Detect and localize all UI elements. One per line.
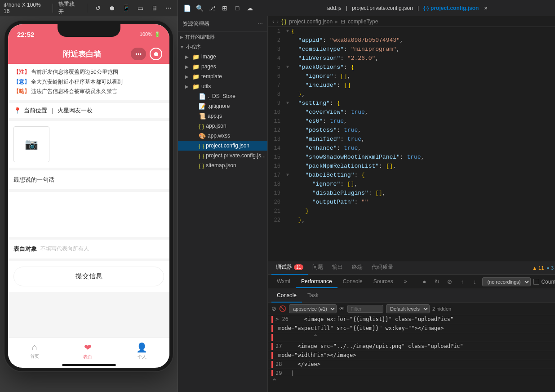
app-json-label: app.json [206,123,226,129]
photo-placeholder[interactable]: 📷 [13,126,49,162]
code-content[interactable]: 1 ▼ { 2 "appid": "wxa8a0987b05074943", 3… [268,27,555,261]
refresh-icon[interactable]: ↺ [93,3,103,13]
tree-gitignore[interactable]: 📝 .gitignore [178,101,267,111]
miniprogram-section[interactable]: ▼ 小程序 [178,42,267,52]
target-section: 表白对象 不填写代表向所有人 [8,240,169,258]
perf-circle-icon[interactable]: ● [419,277,429,287]
console-line-3: ^ [268,333,555,342]
separator-2 [87,4,87,13]
terminal-tab[interactable]: 终端 [347,261,367,275]
ds-store-label: ._DS_Store [208,93,235,99]
tree-ds-store[interactable]: 📄 ._DS_Store [178,91,267,101]
wxml-tab[interactable]: Wxml [271,276,296,288]
utils-folder-icon: 📁 [192,83,200,90]
tree-app-js[interactable]: 📜 app.js [178,111,267,121]
grid-icon[interactable]: ⊞ [219,3,230,13]
project-config-icon: { } [199,143,204,149]
console-tab[interactable]: Console [271,289,302,303]
pages-folder-arrow: ▶ [185,64,191,69]
tree-pages-folder[interactable]: ▶ 📁 pages [178,62,267,71]
device-selector[interactable]: iPhone X 100% 16 [4,2,47,14]
performance-tab[interactable]: Performance [296,276,337,288]
console-perf-tab[interactable]: Console [337,276,368,288]
level-select[interactable]: Default levels [386,304,430,313]
code-line-17: 17 ▼ "babelSetting": { [268,171,555,180]
tree-template-folder[interactable]: ▶ 📁 template [178,71,267,81]
breadcrumb-folder-icon: ⊟ [341,18,345,25]
record-circle-button[interactable]: ⏺ [150,48,162,60]
home-indicator [62,364,116,366]
debugger-tab[interactable]: 调试器 11 [271,261,308,275]
tree-app-json[interactable]: { } app.json [178,121,267,131]
error-bar-4 [271,343,273,350]
tablet-icon[interactable]: ▭ [135,3,146,13]
filter-input[interactable] [347,305,383,313]
tree-project-config[interactable]: { } project.config.json [178,141,267,151]
message-label: 最想说的一句话 [13,176,164,184]
image-folder-label: image [201,53,216,60]
tree-project-private-config[interactable]: { } project.private.config.js... [178,151,267,160]
appservice-selector[interactable]: appservice (#1) [289,304,337,313]
main-ide: ‹ › { } project.config.json ▸ ⊟ compileT… [268,16,555,392]
miniprogram-label: 小程序 [186,44,201,50]
sources-tab[interactable]: Sources [368,276,399,288]
code-line-7: 7 "include": [] [268,81,555,90]
eye-icon[interactable]: 👁 [339,306,345,312]
explorer-more-icon[interactable]: ⋯ [258,21,263,27]
wxml-label: Wxml [277,278,290,285]
no-recordings-select[interactable]: (no recordings) [482,277,531,286]
expand-icon[interactable]: ⌃ [271,377,277,386]
phone-icon[interactable]: 📱 [121,3,132,13]
counter-checkbox[interactable] [533,279,539,285]
project-config-label: project.config.json [206,143,249,149]
notice-item-2: 【意】 全大兴安岭附近小程序基本都可以看到 [13,77,164,87]
issues-label: 问题 [312,263,323,271]
issues-tab[interactable]: 问题 [308,261,328,275]
code-quality-tab[interactable]: 代码质量 [367,261,398,275]
submit-label: 提交信息 [75,272,102,281]
console-clear-icon[interactable]: 🚫 [279,305,286,312]
console-stop-icon[interactable]: ⊘ [271,305,276,312]
phone-area: 22:52 100% 🔋 附近表白墙 ••• ⏺ [0,16,178,392]
perf-upload-icon[interactable]: ↑ [457,277,467,287]
perf-stop-icon[interactable]: ⊘ [444,277,454,287]
dots-button[interactable]: ••• [131,48,146,60]
tree-image-folder[interactable]: ▶ 📁 image [178,52,267,62]
code-line-10: 10 "coverView": true, [268,108,555,117]
desktop-icon[interactable]: 🖥 [149,3,160,13]
more-icon[interactable]: ⋯ [163,3,174,13]
submit-button[interactable]: 提交信息 [13,267,164,286]
bottom-action-bar: ⌃ [268,376,555,387]
tree-app-wxss[interactable]: 🎨 app.wxss [178,131,267,141]
notice-text-1: 当前所发信息将覆盖周边50公里范围 [31,69,118,75]
git-icon[interactable]: ⎇ [207,3,218,13]
hot-reload-toggle[interactable]: 热重载 开 [58,0,81,16]
tree-utils-folder[interactable]: ▶ 📁 utils [178,81,267,91]
perf-refresh-icon[interactable]: ↻ [432,277,442,287]
cloud-icon[interactable]: ☁ [244,3,255,13]
camera-icon: 📷 [25,138,38,151]
file-icon[interactable]: 📄 [182,3,192,13]
output-tab[interactable]: 输出 [328,261,347,275]
tab-home[interactable]: ⌂ 首页 [30,342,39,360]
phone-frame: 22:52 100% 🔋 附近表白墙 ••• ⏺ [4,21,173,371]
search-ide-icon[interactable]: 🔍 [194,3,205,13]
square-icon[interactable]: □ [232,3,243,13]
console-output[interactable]: > 26 <image wx:for="{{imglist}}" class="… [268,315,555,376]
record-icon[interactable]: ⏺ [107,3,117,13]
nav-forward-icon[interactable]: › [277,18,279,25]
project-private-icon: { } [199,152,204,159]
perf-download-icon[interactable]: ↓ [470,277,480,287]
more-tabs[interactable]: » [399,276,413,288]
tab-profile[interactable]: 👤 个人 [136,342,147,360]
tab-confess[interactable]: ❤ 表白 [83,342,92,360]
nav-back-icon[interactable]: ‹ [272,18,274,25]
error-bar-6 [271,361,273,368]
task-tab[interactable]: Task [302,289,324,303]
profile-icon: 👤 [136,342,147,353]
tree-sitemap[interactable]: { } sitemap.json [178,160,267,170]
notice-tag-2: 【意】 [13,79,30,85]
open-editors-section[interactable]: ▶ 打开的编辑器 [178,32,267,42]
console-tabs-row: Console Task [268,289,555,303]
close-tab-icon[interactable]: ✕ [480,3,491,13]
